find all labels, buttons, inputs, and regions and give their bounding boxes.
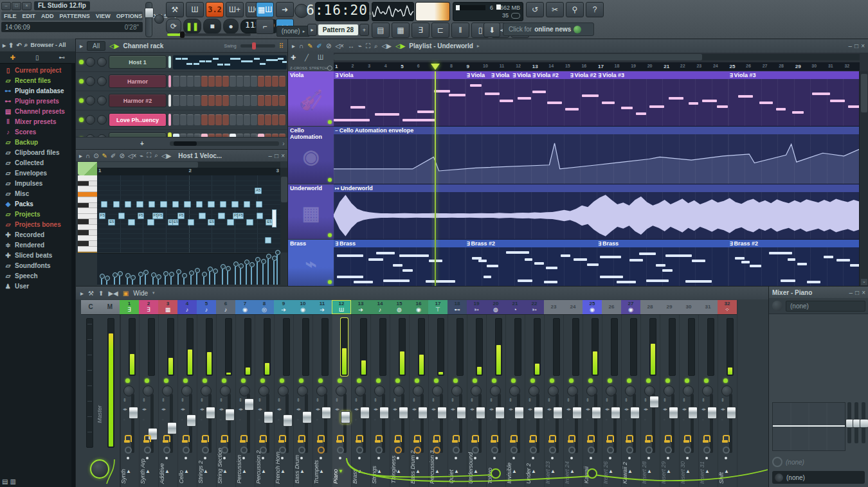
pl-delete-icon[interactable]: ⊘ bbox=[326, 42, 331, 49]
strip-fader-handle[interactable] bbox=[495, 407, 505, 419]
sidebar-item-soundfonts[interactable]: ▱Soundfonts bbox=[0, 260, 75, 270]
strip-width-icon[interactable]: ◂▸ bbox=[605, 407, 610, 412]
strip-header[interactable]: 18⊷ bbox=[448, 300, 467, 315]
strip-fader[interactable] bbox=[343, 394, 347, 453]
pr-zoom-icon[interactable]: ⌕ bbox=[154, 152, 158, 159]
strip-sep-knob[interactable]: ● bbox=[644, 417, 646, 421]
follow-playback-icon[interactable]: ➜ bbox=[276, 2, 294, 17]
mixer-strip-percussion[interactable]: 7◉Percussion⇕◂▸●▲ bbox=[235, 300, 255, 487]
pr-playback-icon[interactable]: ◁▶ bbox=[161, 152, 171, 159]
sidebar-item-projects-bones[interactable]: ▱Projects bones bbox=[0, 219, 75, 229]
pr-note[interactable]: F5 bbox=[237, 213, 244, 219]
window-controls[interactable]: –□× bbox=[1, 1, 32, 10]
pr-note-long[interactable] bbox=[272, 209, 276, 227]
mixer-strip-thinginess[interactable]: 15◍Thinginess⇕◂▸●▲ bbox=[390, 300, 410, 487]
help-icon[interactable]: ? bbox=[586, 2, 604, 17]
close-icon[interactable]: × bbox=[22, 2, 32, 10]
strip-route-arrow[interactable]: ▲ bbox=[222, 468, 228, 474]
mixer-strip-undersound[interactable]: 19➳Undersound⇕◂▸●▲ bbox=[467, 300, 487, 487]
strip-phones-icon[interactable] bbox=[337, 435, 344, 442]
velocity-head[interactable] bbox=[100, 274, 105, 279]
clip-viola-2[interactable]: ∃Viola #2 bbox=[531, 71, 571, 79]
sidebar-item-rendered[interactable]: ≑Rendered bbox=[0, 240, 75, 250]
strip-updown-icon[interactable]: ⇕ bbox=[586, 398, 590, 403]
channel-row-love-ph-uency[interactable]: Love Ph..uency bbox=[76, 111, 288, 130]
clip-underworld[interactable]: ↦Underworld bbox=[334, 184, 860, 192]
step-cell[interactable] bbox=[215, 114, 222, 125]
clip-brass-2[interactable]: ∃Brass #2 bbox=[466, 240, 599, 247]
strip-header[interactable]: 4♪ bbox=[177, 300, 197, 315]
piano-roll-toggle-icon[interactable]: ∃ bbox=[411, 22, 429, 38]
strip-enable-led[interactable] bbox=[145, 378, 149, 383]
mixer-strip-insert-28[interactable]: 28Insert 28⇕◂▸●▲ bbox=[640, 300, 660, 487]
step-cell[interactable] bbox=[173, 114, 179, 125]
strip-enable-led[interactable] bbox=[125, 378, 130, 383]
sidebar-item-impulses[interactable]: ▱Impulses bbox=[0, 178, 75, 188]
mixer-strip-percussion-3[interactable]: 17⊤Percussion 3⇕◂▸●▲ bbox=[428, 300, 448, 487]
strip-sep-knob[interactable]: ● bbox=[509, 417, 511, 421]
step-cell[interactable] bbox=[265, 76, 271, 87]
strip-fader-handle[interactable] bbox=[341, 411, 350, 423]
strip-fader[interactable] bbox=[671, 394, 674, 453]
strip-width-icon[interactable]: ◂▸ bbox=[682, 407, 687, 412]
strip-phones-icon[interactable] bbox=[568, 435, 575, 442]
step-cell[interactable] bbox=[180, 134, 186, 137]
step-sequencer[interactable] bbox=[173, 76, 288, 87]
pl-menu-arrow-icon[interactable]: ▸ bbox=[292, 42, 295, 49]
time-display[interactable]: 6:16:20bst bbox=[315, 2, 369, 21]
maximize-icon[interactable]: □ bbox=[12, 2, 21, 10]
strip-header[interactable]: 23 bbox=[544, 300, 563, 315]
pl-tool-pattern-icon[interactable]: Ш bbox=[318, 54, 323, 61]
pl-slip-icon[interactable]: ↔ bbox=[348, 42, 354, 49]
strip-width-icon[interactable]: ◂▸ bbox=[123, 407, 127, 412]
strip-record-ring[interactable] bbox=[588, 447, 595, 454]
menu-item-patterns[interactable]: PATTERNS bbox=[60, 13, 90, 19]
pr-note[interactable] bbox=[220, 201, 226, 208]
strip-fader-handle[interactable] bbox=[649, 396, 659, 408]
step-cell[interactable] bbox=[251, 134, 257, 137]
strip-route-arrow[interactable]: ▲ bbox=[608, 468, 613, 474]
strip-enable-led[interactable] bbox=[530, 378, 535, 383]
channel-volume-knob[interactable] bbox=[97, 134, 107, 137]
master-strip-block[interactable]: CMMaster bbox=[81, 300, 121, 487]
strip-updown-icon[interactable]: ⇕ bbox=[451, 398, 455, 403]
pl-slice-icon[interactable]: ⌁ bbox=[358, 42, 362, 49]
strip-updown-icon[interactable]: ⇕ bbox=[528, 398, 532, 403]
sidebar-item-packs[interactable]: ◆Packs bbox=[0, 199, 75, 209]
strip-route-arrow[interactable]: ▲ bbox=[512, 468, 517, 474]
channel-pan-knob[interactable] bbox=[86, 115, 95, 125]
velocity-stem[interactable] bbox=[222, 269, 223, 285]
velocity-stem[interactable] bbox=[183, 278, 185, 285]
strip-updown-icon[interactable]: ⇕ bbox=[335, 398, 339, 403]
strip-updown-icon[interactable]: ⇕ bbox=[393, 398, 397, 403]
pl-stretch-label[interactable]: STRETCH bbox=[309, 66, 327, 70]
strip-fader-handle[interactable] bbox=[167, 422, 177, 434]
strip-enable-led[interactable] bbox=[608, 378, 612, 383]
step-cell[interactable] bbox=[258, 134, 264, 137]
sidebar-item-projects[interactable]: ▱Projects bbox=[0, 209, 75, 219]
black-key[interactable] bbox=[78, 203, 97, 209]
strip-phones-icon[interactable] bbox=[723, 435, 730, 442]
sidebar-item-envelopes[interactable]: ▱Envelopes bbox=[0, 168, 75, 178]
mixer-strip-cello[interactable]: 4♪Cello⇕◂▸●▲ bbox=[177, 300, 197, 487]
channel-name-button[interactable]: Love Ph..uency bbox=[109, 113, 167, 127]
strip-route-arrow[interactable]: ▲ bbox=[357, 468, 363, 474]
track-activity-led[interactable] bbox=[328, 233, 332, 237]
velocity-head[interactable] bbox=[249, 262, 255, 267]
strip-record-ring[interactable] bbox=[260, 447, 267, 454]
pl-paint-icon[interactable]: ✐ bbox=[317, 42, 322, 49]
velocity-stem[interactable] bbox=[132, 280, 133, 285]
strip-record-ring[interactable] bbox=[607, 447, 614, 454]
strip-phones-icon[interactable] bbox=[298, 435, 305, 442]
pr-note[interactable] bbox=[136, 201, 143, 208]
strip-fader-handle[interactable] bbox=[360, 407, 370, 419]
channel-name-button[interactable]: Harmor #2 bbox=[109, 94, 167, 107]
rack-hscroll-thumb[interactable] bbox=[174, 141, 197, 146]
strip-width-icon[interactable]: ◂▸ bbox=[335, 407, 339, 412]
strip-enable-led[interactable] bbox=[318, 378, 323, 383]
strip-sep-knob[interactable]: ● bbox=[489, 417, 492, 421]
strip-updown-icon[interactable]: ⇕ bbox=[219, 398, 223, 403]
master-volume-slider[interactable] bbox=[145, 2, 152, 37]
strip-updown-icon[interactable]: ⇕ bbox=[374, 398, 377, 403]
strip-route-arrow[interactable]: ▲ bbox=[319, 468, 324, 474]
